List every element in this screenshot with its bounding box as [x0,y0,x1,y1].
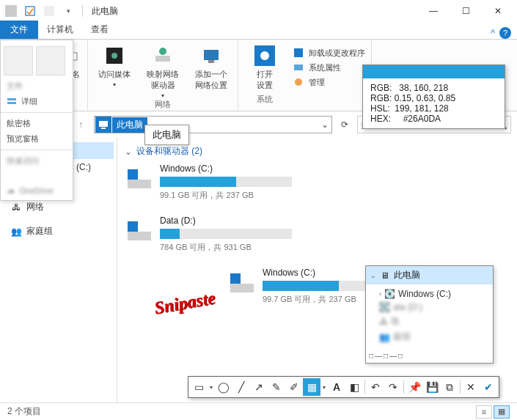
address-dropdown-icon[interactable]: ⌄ [318,119,331,130]
manage-item[interactable]: 管理 [293,76,365,88]
svg-rect-15 [294,65,303,70]
svg-rect-8 [155,56,170,62]
ribbon-media-button[interactable]: 访问媒体▾ [94,44,135,99]
svg-rect-10 [204,50,219,60]
marker-tool[interactable]: ✐ [285,378,303,396]
drive-item[interactable]: Data (D:) 784 GB 可用，共 931 GB [125,215,308,253]
pen-tool[interactable]: ✎ [268,378,285,396]
drive-item[interactable]: Windows (C:) 99.1 GB 可用，共 237 GB [125,163,308,201]
svg-rect-19 [7,98,16,100]
chevron-down-icon: ⌄ [125,147,132,157]
status-text: 2 个项目 [7,405,41,418]
ellipse-tool[interactable]: ◯ [215,378,232,396]
window-title: 此电脑 [92,5,118,18]
group-system-label: 系统 [257,94,273,105]
tab-view[interactable]: 查看 [82,21,117,39]
tab-file[interactable]: 文件 [0,21,38,39]
onedrive-item[interactable]: ☁OneDrive [1,183,73,197]
ribbon-settings-button[interactable]: 打开 设置 [244,44,285,91]
help-button[interactable]: ? [499,27,511,39]
undo-button[interactable]: ↶ [367,378,384,396]
qa-properties-icon[interactable] [22,3,38,19]
tp-hg[interactable]: 👥庭组 [370,329,488,345]
homegroup-icon: 👥 [10,226,22,237]
tp-c[interactable]: ›💽Windows (C:) [370,287,488,301]
section-header[interactable]: ⌄设备和驱动器 (2) [125,145,510,158]
group-network-label: 网络 [155,99,171,110]
mosaic-tool[interactable]: ▦ [303,378,320,396]
drive-sub: 99.1 GB 可用，共 237 GB [160,190,308,201]
details-item[interactable]: 详细 [1,94,73,109]
tree-popup[interactable]: ⌄🖥此电脑 ›💽Windows (C:) 💽ata (D:) 🖧络 👥庭组 □—… [365,265,494,364]
usage-bar [160,229,292,239]
navpane-thumb[interactable] [4,46,33,75]
svg-rect-1 [26,7,34,15]
svg-rect-21 [128,180,151,188]
svg-rect-23 [128,232,151,240]
view-tiles-button[interactable]: ▦ [494,405,510,419]
qa-dropdown-icon[interactable]: ▾ [60,3,76,19]
ribbon-mapdrive-button[interactable]: 映射网络 驱动器▾ [142,44,183,99]
rgbn-row: RGB: 0.15, 0.63, 0.85 [370,93,497,103]
copy-button[interactable]: ⧉ [441,378,458,396]
arrow-tool[interactable]: ↗ [250,378,268,396]
refresh-button[interactable]: ⟳ [337,117,353,133]
drive-icon [227,268,257,297]
pin-button[interactable]: 📌 [406,378,423,396]
color-swatch [363,65,505,78]
preview-item[interactable]: 预览窗格 [1,131,73,147]
separator [82,5,83,17]
tp-net[interactable]: 🖧络 [370,314,488,329]
address-text: 此电脑 [112,117,147,133]
text-tool[interactable]: A [328,378,345,396]
tab-computer[interactable]: 计算机 [38,21,82,39]
sysprops-item[interactable]: 系统属性 [293,62,365,73]
drive-name: Data (D:) [160,215,308,226]
tp-d[interactable]: 💽ata (D:) [370,301,488,314]
svg-rect-25 [230,284,254,292]
tree-network[interactable]: 🖧网络 [7,199,114,215]
ribbon-group-system: 打开 设置 系统 卸载或更改程序 系统属性 管理 [238,40,372,111]
close-button[interactable]: ✕ [482,0,514,22]
maximize-button[interactable]: ☐ [450,0,482,22]
preview-thumb[interactable] [36,46,65,75]
resize-handles[interactable]: □—□—□ [366,350,493,363]
svg-point-7 [111,53,117,59]
navpane-item[interactable]: 航密格 [1,116,73,131]
mapdrive-icon [151,44,175,67]
svg-rect-11 [208,60,214,63]
tree-homegroup[interactable]: 👥家庭组 [7,223,114,240]
pc-icon [95,117,111,133]
eraser-tool[interactable]: ◧ [345,378,363,396]
ribbon-addnet-button[interactable]: 添加一个 网络位置 [191,44,232,99]
rgb-row: RGB: 38, 160, 218 [370,83,497,93]
line-tool[interactable]: ╱ [232,378,250,396]
minimize-button[interactable]: — [417,0,450,22]
status-bar: 2 个项目 ≡ ▦ [0,402,517,420]
hsl-row: HSL: 199, 181, 128 [370,103,497,114]
pc-icon: 🖥 [381,270,389,281]
confirm-button[interactable]: ✔ [480,378,497,396]
redo-button[interactable]: ↷ [384,378,402,396]
l: 添加一个 网络位置 [195,69,227,91]
up-button[interactable]: ↑ [72,116,89,133]
address-bar[interactable]: 此电脑 ⌄ [94,116,332,133]
svg-point-13 [260,51,269,60]
quick-item[interactable]: 快速访问 [1,153,73,169]
title-bar: ▾ 此电脑 — ☐ ✕ [0,0,517,22]
addnet-icon [199,44,223,67]
ribbon-group-network: 访问媒体▾ 映射网络 驱动器▾ 添加一个 网络位置 网络 [88,40,238,111]
quick-access-toolbar: ▾ [3,3,86,19]
qa-new-icon[interactable] [41,3,57,19]
uninstall-item[interactable]: 卸载或更改程序 [293,47,365,59]
view-details-button[interactable]: ≡ [476,405,492,419]
svg-rect-0 [5,5,17,17]
svg-rect-2 [44,6,54,16]
view-pane-dropdown: 文件 详细 航密格 预览窗格 快速访问 ☁OneDrive [0,40,73,201]
rect-tool[interactable]: ▭ [190,378,208,396]
cancel-button[interactable]: ✕ [462,378,480,396]
usage-bar [160,177,292,187]
svg-rect-26 [230,273,241,284]
save-button[interactable]: 💾 [423,378,441,396]
ribbon-collapse-icon[interactable]: ^ [491,28,495,38]
